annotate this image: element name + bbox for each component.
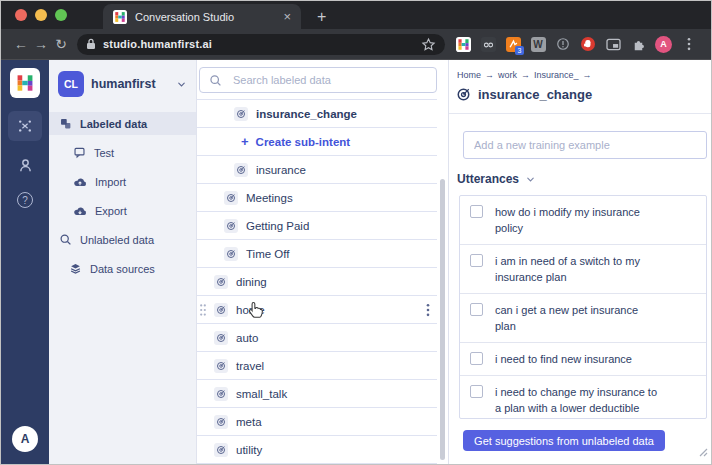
- utterance-row[interactable]: how do i modify my insurance policy: [460, 196, 706, 245]
- sidebar-item-label: Import: [95, 176, 126, 188]
- intent-row-meetings[interactable]: Meetings: [197, 184, 437, 212]
- forward-icon[interactable]: →: [31, 36, 51, 52]
- utterance-text: i need to change my insurance to a plan …: [495, 384, 659, 416]
- humanfirst-extension-icon[interactable]: [455, 36, 471, 52]
- checkbox[interactable]: [470, 205, 483, 218]
- workspace-tool-active[interactable]: [8, 111, 42, 141]
- intent-row-insurance[interactable]: insurance: [197, 156, 437, 184]
- search-box[interactable]: [199, 67, 437, 93]
- back-icon[interactable]: ←: [11, 36, 31, 52]
- intent-icon: [214, 387, 228, 401]
- help-icon[interactable]: ?: [17, 192, 33, 208]
- info-circle-icon[interactable]: [555, 36, 571, 52]
- breadcrumb-arrow: →: [521, 70, 530, 80]
- extensions-puzzle-icon[interactable]: [630, 36, 646, 52]
- intent-row-insurance-change[interactable]: insurance_change: [197, 100, 437, 128]
- close-tab-icon[interactable]: ×: [283, 10, 291, 23]
- resize-corner-icon: [699, 443, 708, 461]
- icon-rail: ? A: [1, 60, 49, 464]
- breadcrumb-work[interactable]: work: [498, 70, 517, 80]
- humanfirst-logo[interactable]: [10, 68, 40, 98]
- drag-handle-icon[interactable]: [199, 303, 207, 317]
- sidebar-item-labeled-data[interactable]: Labeled data: [49, 112, 196, 135]
- checkbox[interactable]: [470, 254, 483, 267]
- stop-hand-extension-icon[interactable]: [580, 36, 596, 52]
- reload-icon[interactable]: ↻: [51, 36, 71, 52]
- intent-row-travel[interactable]: travel: [197, 352, 437, 380]
- sidebar-item-label: Unlabeled data: [80, 234, 154, 246]
- browser-toolbar: ← → ↻ studio.humanfirst.ai 3 W: [1, 29, 711, 59]
- checkbox[interactable]: [470, 303, 483, 316]
- intent-row-small-talk[interactable]: small_talk: [197, 380, 437, 408]
- labeled-data-icon: [59, 117, 72, 130]
- intent-row-auto[interactable]: auto: [197, 324, 437, 352]
- user-avatar[interactable]: A: [12, 426, 38, 452]
- traffic-lights: [1, 1, 81, 29]
- intent-icon: [214, 303, 228, 317]
- browser-profile-avatar[interactable]: A: [655, 36, 672, 53]
- intent-title-row: insurance_change: [456, 87, 711, 102]
- workspace-selector[interactable]: CL humanfirst: [49, 69, 196, 99]
- new-tab-button[interactable]: +: [317, 8, 326, 26]
- sidebar-item-test[interactable]: Test: [49, 141, 196, 164]
- row-menu-kebab-icon[interactable]: [426, 303, 430, 317]
- checkbox[interactable]: [470, 352, 483, 365]
- zoom-window-button[interactable]: [55, 9, 67, 21]
- breadcrumb-parent[interactable]: Insurance_: [534, 70, 579, 80]
- checkbox[interactable]: [470, 385, 483, 398]
- utterance-text: can i get a new pet insurance plan: [495, 302, 659, 334]
- browser-tab[interactable]: Conversation Studio ×: [103, 4, 301, 29]
- training-example-input[interactable]: [463, 131, 707, 159]
- orange-extension-icon[interactable]: 3: [505, 36, 521, 52]
- intent-row-time-off[interactable]: Time Off: [197, 240, 437, 268]
- utterance-row[interactable]: can i get a new pet insurance plan: [460, 294, 706, 343]
- close-window-button[interactable]: [15, 9, 27, 21]
- url-text: studio.humanfirst.ai: [103, 38, 414, 50]
- get-suggestions-button[interactable]: Get suggestions from unlabeled data: [463, 430, 665, 451]
- utterance-text: i need to find new insurance: [495, 351, 632, 367]
- bookmark-star-icon[interactable]: [421, 37, 436, 52]
- utterance-row[interactable]: i am in need of a switch to my insurance…: [460, 245, 706, 294]
- divider: [449, 113, 711, 114]
- extension-icons: 3 W A: [455, 36, 697, 53]
- sidebar-item-import[interactable]: Import: [49, 170, 196, 193]
- intent-row-home[interactable]: home: [197, 296, 437, 324]
- intent-icon: [214, 275, 228, 289]
- intent-row-dining[interactable]: dining: [197, 268, 437, 296]
- glasses-extension-icon[interactable]: [480, 36, 496, 52]
- w-extension-icon[interactable]: W: [530, 36, 546, 52]
- utterance-row[interactable]: i need to find new insurance: [460, 343, 706, 376]
- sidebar-item-label: Data sources: [90, 263, 155, 275]
- list-scrollbar-thumb[interactable]: [440, 179, 445, 460]
- humanfirst-favicon: [113, 10, 127, 24]
- test-console-icon: [73, 146, 86, 159]
- intent-icon: [224, 247, 238, 261]
- utterances-header[interactable]: Utterances: [457, 172, 711, 186]
- search-icon: [59, 233, 72, 246]
- sidebar-item-unlabeled-data[interactable]: Unlabeled data: [49, 228, 196, 251]
- intent-row-getting-paid[interactable]: Getting Paid: [197, 212, 437, 240]
- tab-title: Conversation Studio: [135, 11, 275, 23]
- workspace-avatar: CL: [58, 71, 84, 97]
- search-input[interactable]: [231, 73, 427, 87]
- plus-icon: +: [241, 134, 249, 149]
- strategy-icon: [17, 118, 33, 134]
- sidebar-item-data-sources[interactable]: Data sources: [49, 257, 196, 280]
- mouse-cursor-hand: [248, 301, 264, 323]
- tab-bar: Conversation Studio × +: [1, 1, 711, 29]
- cloud-upload-icon: [73, 175, 87, 189]
- intent-icon: [224, 191, 238, 205]
- utterance-row[interactable]: i need to change my insurance to a plan …: [460, 376, 706, 419]
- sidebar-item-export[interactable]: Export: [49, 199, 196, 222]
- create-sub-intent-button[interactable]: + Create sub-intent: [197, 128, 437, 156]
- address-bar[interactable]: studio.humanfirst.ai: [77, 34, 445, 55]
- intent-detail-panel: Home → work → Insurance_ → insurance_cha…: [449, 60, 711, 464]
- intent-row-utility[interactable]: utility: [197, 436, 437, 464]
- breadcrumb-home[interactable]: Home: [457, 70, 481, 80]
- minimize-window-button[interactable]: [35, 9, 47, 21]
- browser-menu-kebab-icon[interactable]: [681, 36, 697, 52]
- breadcrumb-arrow: →: [583, 70, 592, 80]
- users-icon[interactable]: [17, 157, 34, 174]
- picture-in-picture-icon[interactable]: [605, 36, 621, 52]
- intent-row-meta[interactable]: meta: [197, 408, 437, 436]
